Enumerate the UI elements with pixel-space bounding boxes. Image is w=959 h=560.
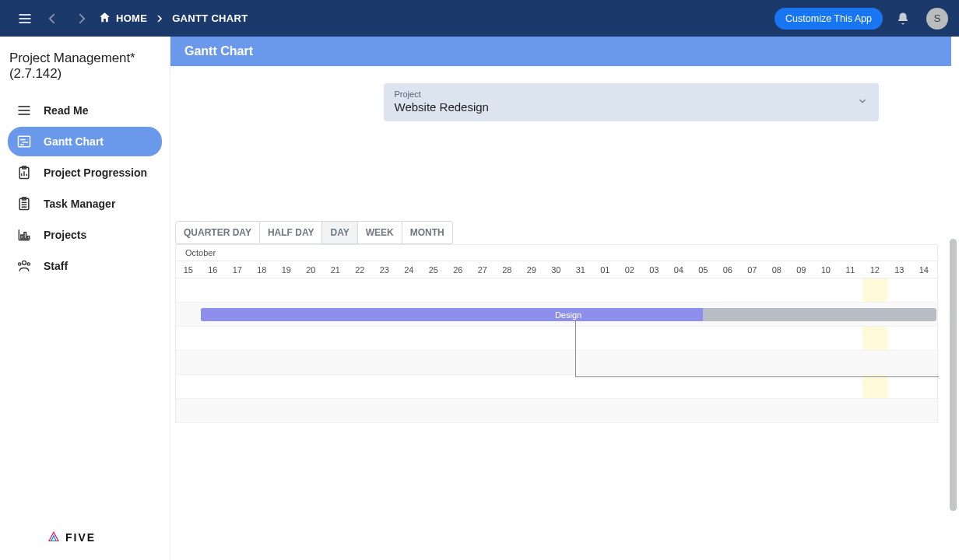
sidebar-item-projects[interactable]: Projects <box>8 220 162 250</box>
breadcrumb-current: GANTT CHART <box>172 12 248 24</box>
gantt-day-cell: 28 <box>495 261 520 278</box>
gantt-day-cell: 03 <box>642 261 667 278</box>
brand-logo: FIVE <box>8 523 162 552</box>
dependency-line <box>575 376 939 377</box>
clipboard-chart-icon <box>16 164 33 181</box>
topbar: HOME GANTT CHART Customize This App S <box>0 0 959 37</box>
bar-chart-icon <box>16 226 33 243</box>
sidebar-item-label: Task Manager <box>44 198 115 210</box>
chevron-down-icon <box>857 96 868 110</box>
gantt-day-cell: 27 <box>470 261 495 278</box>
svg-point-26 <box>19 263 21 265</box>
breadcrumb-home[interactable]: HOME <box>98 11 147 26</box>
gantt-day-cell: 16 <box>201 261 226 278</box>
sidebar-item-label: Staff <box>44 260 68 272</box>
sidebar-item-label: Project Progression <box>44 166 147 179</box>
gantt-rows: Design <box>176 278 937 423</box>
user-avatar[interactable]: S <box>926 8 948 30</box>
gantt-day-cell: 12 <box>862 261 887 278</box>
task-bar-label: Design <box>555 310 581 320</box>
project-select[interactable]: Project Website Redesign <box>384 83 879 121</box>
gantt-day-cell: 23 <box>372 261 397 278</box>
gantt-day-cell: 02 <box>617 261 642 278</box>
svg-rect-24 <box>27 236 29 239</box>
gantt-month-header: October <box>176 244 937 261</box>
sidebar-item-label: Projects <box>44 229 86 241</box>
gantt-day-cell: 17 <box>225 261 250 278</box>
gantt-day-cell: 19 <box>274 261 299 278</box>
customize-app-button[interactable]: Customize This App <box>775 8 883 30</box>
sidebar-item-task-manager[interactable]: Task Manager <box>8 189 162 219</box>
gantt-day-cell: 26 <box>446 261 471 278</box>
svg-rect-22 <box>21 235 23 239</box>
viewmode-day[interactable]: DAY <box>322 221 357 244</box>
gantt-days-header: 1516171819202122232425262728293031010203… <box>176 261 937 278</box>
sidebar-item-progression[interactable]: Project Progression <box>8 158 162 187</box>
brand-name: FIVE <box>65 531 96 544</box>
svg-rect-23 <box>24 233 26 239</box>
project-select-label: Project <box>395 89 868 99</box>
hamburger-icon <box>16 102 33 119</box>
gantt-day-cell: 04 <box>666 261 691 278</box>
gantt-chart-icon <box>16 133 33 150</box>
vertical-scrollbar[interactable] <box>950 239 957 511</box>
main-content: Gantt Chart Project Website Redesign QUA… <box>170 37 959 560</box>
viewmode-week[interactable]: WEEK <box>358 221 402 244</box>
gantt-day-cell: 07 <box>740 261 765 278</box>
page-title: Gantt Chart <box>170 37 951 66</box>
nav-forward-icon[interactable] <box>67 5 95 33</box>
gantt-day-cell: 20 <box>299 261 324 278</box>
gantt-day-cell: 09 <box>789 261 814 278</box>
gantt-day-cell: 08 <box>764 261 789 278</box>
gantt-day-cell: 15 <box>176 261 201 278</box>
viewmode-half-day[interactable]: HALF DAY <box>260 221 323 244</box>
gantt-day-cell: 01 <box>593 261 618 278</box>
project-select-value: Website Redesign <box>395 100 868 114</box>
svg-marker-29 <box>51 536 56 541</box>
gantt-chart: October 15161718192021222324252627282930… <box>175 244 938 423</box>
gantt-day-cell: 18 <box>250 261 275 278</box>
svg-point-27 <box>27 263 30 265</box>
gantt-day-cell: 30 <box>544 261 569 278</box>
gantt-day-cell: 22 <box>348 261 373 278</box>
clipboard-list-icon <box>16 195 33 212</box>
users-icon <box>16 257 33 275</box>
gantt-day-cell: 05 <box>691 261 716 278</box>
gantt-day-cell: 21 <box>323 261 348 278</box>
sidebar-item-label: Read Me <box>44 104 89 117</box>
sidebar-item-gantt[interactable]: Gantt Chart <box>8 127 162 156</box>
gantt-day-cell: 10 <box>813 261 838 278</box>
viewmode-quarter-day[interactable]: QUARTER DAY <box>175 221 260 244</box>
nav-back-icon[interactable] <box>39 5 67 33</box>
gantt-day-cell: 14 <box>912 261 936 278</box>
gantt-day-cell: 29 <box>519 261 544 278</box>
gantt-day-cell: 06 <box>715 261 740 278</box>
gantt-day-cell: 25 <box>421 261 446 278</box>
dependency-line <box>575 321 576 376</box>
home-icon <box>98 11 111 26</box>
gantt-day-cell: 31 <box>568 261 593 278</box>
sidebar-item-staff[interactable]: Staff <box>8 251 162 281</box>
gantt-day-cell: 13 <box>887 261 912 278</box>
sidebar: Project Management* (2.7.142) Read Me Ga… <box>0 37 170 560</box>
svg-point-25 <box>23 261 26 264</box>
notifications-icon[interactable] <box>889 5 917 33</box>
five-logo-icon <box>47 530 61 544</box>
hamburger-menu-icon[interactable] <box>11 5 39 33</box>
gantt-day-cell: 11 <box>838 261 863 278</box>
viewmode-toggle: QUARTER DAY HALF DAY DAY WEEK MONTH <box>175 221 951 244</box>
breadcrumb-home-label: HOME <box>116 12 147 24</box>
chevron-right-icon <box>153 12 166 25</box>
task-bar[interactable]: Design <box>201 308 936 321</box>
viewmode-month[interactable]: MONTH <box>402 221 453 244</box>
app-title: Project Management* (2.7.142) <box>8 47 162 96</box>
gantt-day-cell: 24 <box>397 261 422 278</box>
sidebar-item-label: Gantt Chart <box>44 135 104 148</box>
sidebar-item-readme[interactable]: Read Me <box>8 96 162 125</box>
